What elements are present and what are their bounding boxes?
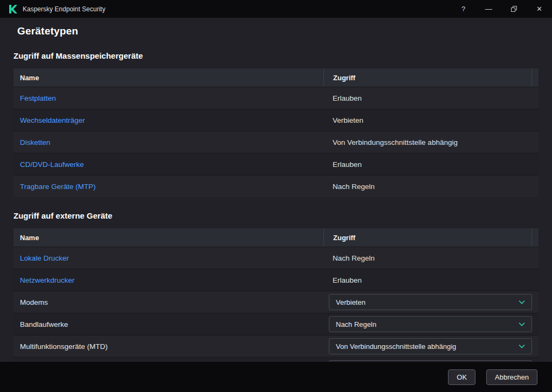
access-dropdown[interactable]: Verbieten xyxy=(329,294,532,310)
section-heading: Zugriff auf Massenspeichergeräte xyxy=(13,51,539,60)
page-title: Gerätetypen xyxy=(17,25,539,37)
access-value: Erlauben xyxy=(333,160,362,169)
column-header-access: Zugriff xyxy=(323,68,532,87)
device-link[interactable]: Tragbare Geräte (MTP) xyxy=(20,183,96,191)
maximize-button[interactable] xyxy=(501,0,527,18)
device-link[interactable]: Lokale Drucker xyxy=(20,254,69,262)
table-row-partial xyxy=(13,357,539,362)
help-button[interactable]: ? xyxy=(451,0,476,18)
minimize-button[interactable]: — xyxy=(476,0,501,18)
sections-container: Zugriff auf MassenspeichergeräteNameZugr… xyxy=(13,51,539,362)
name-cell: Bandlaufwerke xyxy=(13,320,323,328)
restore-icon xyxy=(511,6,517,12)
kaspersky-logo-icon xyxy=(9,5,17,13)
chevron-down-icon xyxy=(519,300,525,304)
access-dropdown-value: Nach Regeln xyxy=(336,320,376,328)
name-cell: Modems xyxy=(13,298,323,306)
chevron-down-icon xyxy=(519,344,525,348)
column-header-name: Name xyxy=(13,228,323,247)
device-link[interactable]: Netzwerkdrucker xyxy=(20,276,74,284)
scrollbar-gap xyxy=(532,228,539,247)
access-cell: Erlauben xyxy=(323,276,539,284)
column-header-name: Name xyxy=(13,68,323,87)
table-row: FestplattenErlauben xyxy=(13,87,539,109)
name-cell: Netzwerkdrucker xyxy=(13,276,323,284)
device-link[interactable]: Disketten xyxy=(20,138,50,146)
table-header: NameZugriff xyxy=(13,228,539,247)
table-row: BandlaufwerkeNach Regeln xyxy=(13,313,539,335)
device-link[interactable]: Festplatten xyxy=(20,94,56,102)
device-name: Multifunktionsgeräte (MTD) xyxy=(20,342,108,351)
access-dropdown[interactable]: Von Verbindungsschnittstelle abhängig xyxy=(329,338,532,354)
device-name: Bandlaufwerke xyxy=(20,320,68,328)
section-2: Zugriff auf externe GeräteNameZugriffLok… xyxy=(13,211,539,362)
access-cell: Nach Regeln xyxy=(323,183,539,191)
name-cell: Wechseldatenträger xyxy=(13,116,323,124)
column-header-access: Zugriff xyxy=(323,228,532,247)
table-row: NetzwerkdruckerErlauben xyxy=(13,269,539,291)
window-controls: ? — ✕ xyxy=(451,0,552,18)
access-value: Verbieten xyxy=(333,116,363,124)
access-value: Erlauben xyxy=(333,94,362,102)
close-button[interactable]: ✕ xyxy=(527,0,552,18)
chevron-down-icon xyxy=(519,322,525,326)
access-cell: Von Verbindungsschnittstelle abhängig xyxy=(323,338,539,354)
section-heading: Zugriff auf externe Geräte xyxy=(13,211,539,220)
device-link[interactable]: Wechseldatenträger xyxy=(20,116,85,124)
name-cell: Disketten xyxy=(13,138,323,146)
titlebar-left: Kaspersky Endpoint Security xyxy=(0,5,105,13)
table-row: Lokale DruckerNach Regeln xyxy=(13,247,539,269)
app-title: Kaspersky Endpoint Security xyxy=(23,5,105,13)
access-cell: Erlauben xyxy=(323,160,539,169)
table-row: Tragbare Geräte (MTP)Nach Regeln xyxy=(13,175,539,197)
access-value: Von Verbindungsschnittstelle abhängig xyxy=(333,138,458,146)
table-header: NameZugriff xyxy=(13,68,539,87)
access-value: Erlauben xyxy=(333,276,362,284)
access-cell xyxy=(323,358,539,362)
footer-bar: OK Abbrechen xyxy=(0,362,552,392)
access-dropdown-value: Von Verbindungsschnittstelle abhängig xyxy=(336,342,456,351)
access-value: Nach Regeln xyxy=(333,254,375,262)
name-cell: Festplatten xyxy=(13,94,323,102)
access-cell: Nach Regeln xyxy=(323,254,539,262)
table-row: Multifunktionsgeräte (MTD)Von Verbindung… xyxy=(13,335,539,357)
content-area: Gerätetypen Zugriff auf Massenspeicherge… xyxy=(0,18,552,362)
scrollbar-gap xyxy=(532,68,539,87)
name-cell: Lokale Drucker xyxy=(13,254,323,262)
table-row: CD/DVD-LaufwerkeErlauben xyxy=(13,153,539,175)
access-cell: Verbieten xyxy=(323,116,539,124)
access-cell: Nach Regeln xyxy=(323,316,539,332)
section-1: Zugriff auf MassenspeichergeräteNameZugr… xyxy=(13,51,539,197)
device-table: NameZugriffFestplattenErlaubenWechseldat… xyxy=(13,68,539,197)
access-cell: Erlauben xyxy=(323,94,539,102)
access-dropdown-value: Verbieten xyxy=(336,298,365,306)
device-table: NameZugriffLokale DruckerNach RegelnNetz… xyxy=(13,228,539,362)
access-value: Nach Regeln xyxy=(333,183,375,191)
access-cell: Von Verbindungsschnittstelle abhängig xyxy=(323,138,539,146)
table-row: ModemsVerbieten xyxy=(13,291,539,313)
device-name: Modems xyxy=(20,298,48,306)
ok-button[interactable]: OK xyxy=(448,369,475,385)
name-cell: Tragbare Geräte (MTP) xyxy=(13,183,323,191)
table-row: WechseldatenträgerVerbieten xyxy=(13,109,539,131)
titlebar: Kaspersky Endpoint Security ? — ✕ xyxy=(0,0,552,18)
device-link[interactable]: CD/DVD-Laufwerke xyxy=(20,160,84,169)
cancel-button[interactable]: Abbrechen xyxy=(486,369,537,385)
name-cell: CD/DVD-Laufwerke xyxy=(13,160,323,169)
access-cell: Verbieten xyxy=(323,294,539,310)
name-cell: Multifunktionsgeräte (MTD) xyxy=(13,342,323,351)
access-dropdown[interactable]: Nach Regeln xyxy=(329,316,532,332)
table-row: DiskettenVon Verbindungsschnittstelle ab… xyxy=(13,131,539,153)
